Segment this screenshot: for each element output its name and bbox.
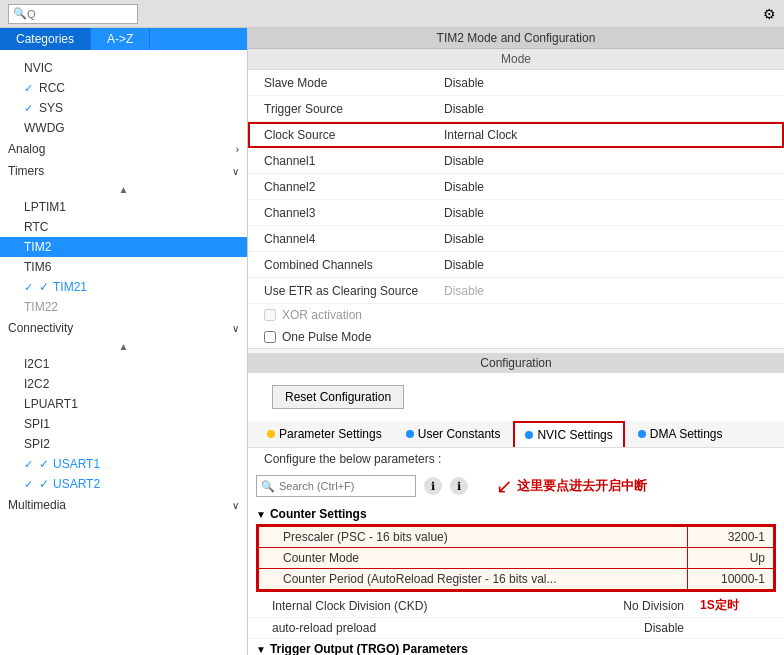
channel4-row: Channel4 Disable bbox=[248, 226, 784, 252]
trigger-source-value[interactable]: Disable bbox=[444, 102, 484, 116]
param-value-4[interactable]: Disable bbox=[563, 618, 692, 639]
sidebar-group-timers[interactable]: Timers ∨ bbox=[0, 160, 247, 182]
tab-user-constants[interactable]: User Constants bbox=[395, 421, 512, 447]
sidebar-group-analog[interactable]: Analog › bbox=[0, 138, 247, 160]
xor-label: XOR activation bbox=[282, 308, 362, 322]
tab-parameter-settings[interactable]: Parameter Settings bbox=[256, 421, 393, 447]
table-row: Internal Clock Division (CKD) No Divisio… bbox=[248, 594, 784, 618]
slave-mode-label: Slave Mode bbox=[264, 76, 444, 90]
sidebar-item-spi2[interactable]: SPI2 bbox=[0, 434, 247, 454]
tab-nvic-settings[interactable]: NVIC Settings bbox=[513, 421, 624, 447]
slave-mode-row: Slave Mode Disable bbox=[248, 70, 784, 96]
search-icon: 🔍 bbox=[13, 7, 27, 20]
sys-label: SYS bbox=[39, 101, 63, 115]
channel4-value[interactable]: Disable bbox=[444, 232, 484, 246]
rtc-label: RTC bbox=[24, 220, 48, 234]
table-row: Counter Mode Up bbox=[259, 548, 774, 569]
usart2-label: USART2 bbox=[53, 477, 100, 491]
search-input[interactable] bbox=[27, 8, 133, 20]
sidebar-item-tim21[interactable]: ✓ TIM21 bbox=[0, 277, 247, 297]
i2c2-label: I2C2 bbox=[24, 377, 49, 391]
channel3-value[interactable]: Disable bbox=[444, 206, 484, 220]
mode-header: Mode bbox=[248, 49, 784, 70]
param-name-1: Counter Mode bbox=[259, 548, 688, 569]
annotation-area: ↙ 这里要点进去开启中断 bbox=[492, 474, 647, 498]
channel2-label: Channel2 bbox=[264, 180, 444, 194]
xor-checkbox[interactable] bbox=[264, 309, 276, 321]
config-section: Configuration Reset Configuration Parame… bbox=[248, 353, 784, 655]
table-row: Prescaler (PSC - 16 bits value) 3200-1 bbox=[259, 527, 774, 548]
channel1-value[interactable]: Disable bbox=[444, 154, 484, 168]
params-table-extra: Internal Clock Division (CKD) No Divisio… bbox=[248, 594, 784, 639]
info-icon-1[interactable]: ℹ bbox=[424, 477, 442, 495]
combined-channels-value[interactable]: Disable bbox=[444, 258, 484, 272]
gear-icon[interactable]: ⚙ bbox=[763, 6, 776, 22]
wwdg-label: WWDG bbox=[24, 121, 65, 135]
config-search-icon: 🔍 bbox=[261, 480, 275, 493]
param-value-1[interactable]: Up bbox=[688, 548, 774, 569]
sidebar-item-wwdg[interactable]: WWDG bbox=[0, 118, 247, 138]
tab-dma-settings[interactable]: DMA Settings bbox=[627, 421, 734, 447]
lpuart1-label: LPUART1 bbox=[24, 397, 78, 411]
slave-mode-value[interactable]: Disable bbox=[444, 76, 484, 90]
config-search-input[interactable] bbox=[279, 480, 411, 492]
config-search-area: 🔍 ℹ ℹ ↙ 这里要点进去开启中断 bbox=[248, 470, 784, 502]
nvic-tab-dot bbox=[525, 431, 533, 439]
search-box[interactable]: 🔍 bbox=[8, 4, 138, 24]
counter-settings-group[interactable]: ▼ Counter Settings bbox=[248, 504, 784, 524]
param-value-2[interactable]: 10000-1 bbox=[688, 569, 774, 590]
user-const-tab-dot bbox=[406, 430, 414, 438]
annotation-arrow-icon: ↙ bbox=[496, 474, 513, 498]
sidebar-item-rcc[interactable]: RCC bbox=[0, 78, 247, 98]
sidebar-item-i2c1[interactable]: I2C1 bbox=[0, 354, 247, 374]
sidebar-item-nvic[interactable]: NVIC bbox=[0, 58, 247, 78]
params-table: Prescaler (PSC - 16 bits value) 3200-1 C… bbox=[258, 526, 774, 590]
info-icon-2[interactable]: ℹ bbox=[450, 477, 468, 495]
clock-source-value[interactable]: Internal Clock bbox=[444, 128, 517, 142]
connectivity-label: Connectivity bbox=[8, 321, 73, 335]
connectivity-chevron-icon: ∨ bbox=[232, 323, 239, 334]
analog-chevron-icon: › bbox=[236, 144, 239, 155]
counter-settings-chevron-icon: ▼ bbox=[256, 509, 266, 520]
sidebar-item-lpuart1[interactable]: LPUART1 bbox=[0, 394, 247, 414]
sidebar-item-spi1[interactable]: SPI1 bbox=[0, 414, 247, 434]
sidebar-item-usart1[interactable]: ✓ USART1 bbox=[0, 454, 247, 474]
tim21-label: TIM21 bbox=[53, 280, 87, 294]
trigger-source-row: Trigger Source Disable bbox=[248, 96, 784, 122]
dma-tab-label: DMA Settings bbox=[650, 427, 723, 441]
spi1-label: SPI1 bbox=[24, 417, 50, 431]
reset-config-button[interactable]: Reset Configuration bbox=[272, 385, 404, 409]
param-value-0[interactable]: 3200-1 bbox=[688, 527, 774, 548]
trigger-source-label: Trigger Source bbox=[264, 102, 444, 116]
sidebar-item-rtc[interactable]: RTC bbox=[0, 217, 247, 237]
config-search-box[interactable]: 🔍 bbox=[256, 475, 416, 497]
tab-categories[interactable]: Categories bbox=[0, 28, 91, 50]
sidebar-item-tim22[interactable]: TIM22 bbox=[0, 297, 247, 317]
one-pulse-label: One Pulse Mode bbox=[282, 330, 371, 344]
connectivity-scroll-up[interactable]: ▲ bbox=[0, 339, 247, 354]
sidebar-item-tim6[interactable]: TIM6 bbox=[0, 257, 247, 277]
sidebar-item-i2c2[interactable]: I2C2 bbox=[0, 374, 247, 394]
sidebar-item-lptim1[interactable]: LPTIM1 bbox=[0, 197, 247, 217]
sidebar-group-connectivity[interactable]: Connectivity ∨ bbox=[0, 317, 247, 339]
panel-title: TIM2 Mode and Configuration bbox=[248, 28, 784, 49]
one-pulse-row: One Pulse Mode bbox=[248, 326, 784, 348]
sidebar-item-sys[interactable]: SYS bbox=[0, 98, 247, 118]
timers-scroll-up[interactable]: ▲ bbox=[0, 182, 247, 197]
top-bar: 🔍 ⚙ bbox=[0, 0, 784, 28]
param-name-2: Counter Period (AutoReload Register - 16… bbox=[259, 569, 688, 590]
config-header: Configuration bbox=[248, 353, 784, 373]
one-pulse-checkbox[interactable] bbox=[264, 331, 276, 343]
sidebar-group-system[interactable] bbox=[0, 50, 247, 58]
param-value-3[interactable]: No Division bbox=[563, 594, 692, 618]
rcc-label: RCC bbox=[39, 81, 65, 95]
sidebar-item-usart2[interactable]: ✓ USART2 bbox=[0, 474, 247, 494]
channel2-value[interactable]: Disable bbox=[444, 180, 484, 194]
multimedia-chevron-icon: ∨ bbox=[232, 500, 239, 511]
multimedia-label: Multimedia bbox=[8, 498, 66, 512]
sidebar-item-tim2[interactable]: TIM2 bbox=[0, 237, 247, 257]
sidebar-group-multimedia[interactable]: Multimedia ∨ bbox=[0, 494, 247, 516]
tab-atoz[interactable]: A->Z bbox=[91, 28, 150, 50]
trigger-output-group[interactable]: ▼ Trigger Output (TRGO) Parameters bbox=[248, 639, 784, 655]
nvic-label: NVIC bbox=[24, 61, 53, 75]
